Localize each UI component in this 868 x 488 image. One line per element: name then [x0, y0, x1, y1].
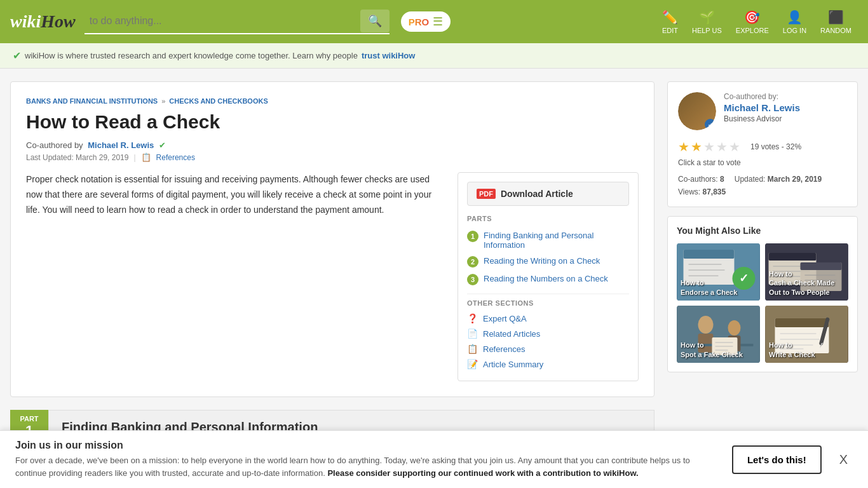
nav-help-us[interactable]: 🌱 HELP US [686, 6, 728, 38]
related-img-3: How toSpot a Fake Check [677, 306, 760, 363]
star-2[interactable]: ★ [691, 139, 702, 154]
main-container: BANKS AND FINANCIAL INSTITUTIONS » CHECK… [0, 69, 868, 488]
refs-icon: 📋 [467, 344, 478, 354]
login-label: LOG IN [783, 27, 806, 34]
toc-num-3: 3 [467, 274, 478, 285]
qa-icon: ❓ [467, 313, 478, 323]
trust-link[interactable]: trust wikiHow [362, 51, 416, 60]
meta-row: Co-authors: 8 Updated: March 29, 2019 [678, 175, 847, 184]
toc-summary-label: Article Summary [483, 360, 543, 369]
article-intro-text: Proper check notation is essential for i… [26, 172, 445, 217]
logo-wiki: wiki [10, 11, 41, 32]
coauthors-count: 8 [720, 175, 724, 184]
donate-button[interactable]: Let's do this! [732, 445, 822, 474]
views-count: 87,835 [702, 187, 726, 196]
star-5[interactable]: ★ [729, 139, 740, 154]
nav-log-in[interactable]: 👤 LOG IN [776, 6, 813, 38]
toc-num-2: 2 [467, 256, 478, 268]
notification-bar: Join us in our mission For over a decade… [0, 430, 868, 488]
search-form: 🔍 [85, 9, 390, 34]
toc-related-label: Related Articles [483, 329, 540, 339]
authored-label: Co-authored by [26, 140, 83, 150]
help-icon: 🌱 [699, 10, 715, 25]
download-article-button[interactable]: PDF Download Article [467, 182, 629, 206]
toc-item-3[interactable]: 3 Reading the Numbers on a Check [467, 271, 629, 288]
search-icon: 🔍 [368, 14, 382, 28]
author-avatar: ✔ [678, 92, 716, 130]
svg-rect-26 [769, 253, 817, 261]
coauthors-meta: Co-authors: 8 [678, 175, 724, 184]
toc-article-summary[interactable]: 📝 Article Summary [467, 356, 629, 372]
notification-text: For over a decade, we've been on a missi… [15, 454, 719, 479]
sidebar: ✔ Co-authored by: Michael R. Lewis Busin… [667, 81, 858, 488]
coauthored-label: Co-authored by: [724, 92, 800, 101]
toc-item-1[interactable]: 1 Finding Banking and Personal Informati… [467, 227, 629, 253]
search-input[interactable] [85, 9, 360, 33]
related-item-4[interactable]: How toWrite a Check [765, 306, 848, 363]
breadcrumb-link-1[interactable]: BANKS AND FINANCIAL INSTITUTIONS [26, 97, 158, 105]
toc-label-2: Reading the Writing on a Check [484, 256, 600, 266]
toc-other-title: OTHER SECTIONS [467, 299, 629, 307]
random-label: RANDOM [820, 27, 851, 34]
breadcrumb: BANKS AND FINANCIAL INSTITUTIONS » CHECK… [26, 97, 639, 105]
related-item-2[interactable]: How toCash a Check Made Out to Two Peopl… [765, 243, 848, 301]
date-text: Last Updated: March 29, 2019 [26, 153, 128, 162]
article-card: BANKS AND FINANCIAL INSTITUTIONS » CHECK… [10, 81, 654, 397]
date-line: Last Updated: March 29, 2019 | 📋 Referen… [26, 152, 639, 162]
hamburger-icon: ☰ [433, 15, 443, 29]
references-link[interactable]: References [156, 153, 195, 162]
nav-edit[interactable]: ✏️ EDIT [656, 6, 684, 38]
toc-item-2[interactable]: 2 Reading the Writing on a Check [467, 253, 629, 271]
star-3[interactable]: ★ [703, 139, 715, 154]
content-area: BANKS AND FINANCIAL INSTITUTIONS » CHECK… [10, 81, 654, 488]
votes-text: 19 votes - 32% [750, 142, 801, 151]
svg-point-35 [698, 316, 714, 334]
references-icon: 📋 [141, 152, 151, 162]
toc-related-articles[interactable]: 📄 Related Articles [467, 326, 629, 341]
pdf-icon: PDF [477, 189, 496, 199]
breadcrumb-link-2[interactable]: CHECKS AND CHECKBOOKS [169, 97, 268, 105]
trust-text: wikiHow is where trusted research and ex… [25, 51, 358, 60]
star-1[interactable]: ★ [678, 139, 689, 154]
nav-explore[interactable]: 🎯 EXPLORE [729, 6, 775, 38]
related-item-1[interactable]: ✓ How toEndorse a Check [677, 243, 760, 301]
random-icon: ⬛ [828, 10, 844, 25]
site-header: wikiHow 🔍 PRO ☰ ✏️ EDIT 🌱 HELP US 🎯 EXPL… [0, 0, 868, 43]
toc-label-1: Finding Banking and Personal Information [484, 231, 629, 250]
logo-how: How [41, 11, 75, 32]
verified-badge: ✔ [705, 119, 716, 130]
coauthors-label: Co-authors: [678, 175, 718, 184]
svg-rect-18 [684, 250, 735, 259]
toc-expert-qa[interactable]: ❓ Expert Q&A [467, 311, 629, 326]
breadcrumb-separator: » [161, 97, 165, 105]
svg-point-38 [728, 320, 741, 336]
related-label-4: How toWrite a Check [769, 341, 815, 359]
related-item-3[interactable]: How toSpot a Fake Check [677, 306, 760, 363]
author-link[interactable]: Michael R. Lewis [88, 140, 154, 150]
edit-icon: ✏️ [662, 10, 678, 25]
close-notification-button[interactable]: X [834, 450, 853, 470]
logo[interactable]: wikiHow [10, 11, 76, 32]
star-4[interactable]: ★ [716, 139, 728, 154]
related-label-1: How toEndorse a Check [681, 278, 737, 297]
sidebar-author-name[interactable]: Michael R. Lewis [724, 102, 800, 113]
nav-random[interactable]: ⬛ RANDOM [814, 6, 858, 38]
toc-label-3: Reading the Numbers on a Check [484, 274, 608, 283]
views-meta: Views: 87,835 [678, 187, 847, 196]
trust-check-icon: ✔ [13, 50, 21, 62]
search-button[interactable]: 🔍 [360, 10, 390, 32]
sidebar-author-title: Business Advisor [724, 114, 800, 123]
updated-date: March 29, 2019 [768, 175, 822, 184]
pro-badge-button[interactable]: PRO ☰ [401, 11, 451, 32]
notification-bold: Please consider supporting our continued… [327, 468, 638, 478]
star-rating[interactable]: ★ ★ ★ ★ ★ [678, 139, 740, 154]
toc-references[interactable]: 📋 References [467, 341, 629, 356]
notification-title: Join us in our mission [15, 440, 719, 451]
views-label: Views: [678, 187, 700, 196]
toc-divider [467, 294, 629, 294]
related-img-2: How toCash a Check Made Out to Two Peopl… [765, 243, 848, 301]
part-label: Part [20, 415, 38, 423]
pro-label: PRO [409, 17, 430, 27]
download-label: Download Article [501, 189, 573, 199]
author-card-header: ✔ Co-authored by: Michael R. Lewis Busin… [678, 92, 847, 130]
